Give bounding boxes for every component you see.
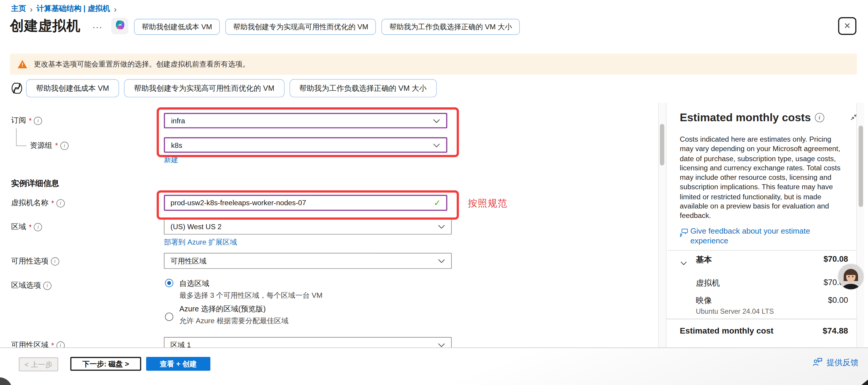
previous-button[interactable]: < 上一步 [19, 357, 58, 372]
avatar[interactable] [838, 264, 864, 289]
region-value: (US) West US 2 [170, 222, 438, 231]
copilot-outline-icon[interactable] [11, 82, 23, 97]
copilot-logo-icon [114, 19, 125, 33]
region-label: 区域* i [11, 222, 42, 232]
copilot-suggestions-row: 帮助我创建低成本 VM 帮助我创建专为实现高可用性而优化的 VM 帮助我为工作负… [26, 79, 437, 98]
page-title: 创建虚拟机 [10, 17, 81, 35]
feedback-link[interactable]: 提供反馈 [813, 357, 859, 368]
subscription-label: 订阅* i [11, 116, 42, 126]
radio-azure-selected-zone-desc: 允许 Azure 根据需要分配最佳区域 [179, 316, 288, 326]
warning-icon: ! [18, 60, 27, 68]
radio-self-selected-zone[interactable] [165, 279, 173, 287]
cost-disclaimer-text: Costs indicated here are estimates only.… [680, 134, 841, 221]
breadcrumb-chevron-icon: › [30, 5, 33, 13]
radio-azure-selected-zone-label[interactable]: Azure 选择的区域(预览版) [179, 304, 266, 314]
chat-bubbles-icon [680, 228, 688, 239]
availability-options-dropdown[interactable]: 可用性区域 [164, 253, 452, 269]
panel-divider [668, 250, 864, 251]
annotation-text: 按照规范 [468, 197, 508, 210]
subscription-dropdown[interactable]: infra [164, 113, 447, 128]
chevron-down-icon[interactable] [680, 258, 687, 268]
info-icon[interactable]: i [815, 113, 824, 122]
chevron-down-icon [438, 222, 445, 231]
availability-options-value: 可用性区域 [170, 256, 438, 266]
region-dropdown[interactable]: (US) West US 2 [164, 219, 452, 234]
availability-options-label: 可用性选项 i [11, 256, 59, 266]
valid-check-icon: ✓ [434, 198, 441, 208]
resource-group-dropdown[interactable]: k8s [164, 137, 447, 153]
resource-group-label: 资源组* i [30, 140, 69, 151]
chevron-down-icon [438, 257, 445, 265]
total-cost-label: Estimated monthly cost [680, 326, 774, 335]
breadcrumb-home-link[interactable]: 主页 [11, 4, 26, 14]
feedback-person-icon [813, 357, 823, 368]
breadcrumb-section-link[interactable]: 计算基础结构 | 虚拟机 [36, 4, 110, 14]
close-button[interactable]: ✕ [838, 17, 857, 35]
info-icon[interactable]: i [43, 282, 52, 290]
cost-item-name: 虚拟机 [696, 278, 720, 288]
copilot-button[interactable] [111, 18, 128, 34]
create-new-resource-group-link[interactable]: 新建 [164, 155, 178, 165]
required-asterisk: * [29, 117, 32, 125]
suggestion-low-cost-vm-button-2[interactable]: 帮助我创建低成本 VM [26, 79, 119, 98]
tree-connector [16, 146, 27, 146]
subscription-value: infra [171, 117, 433, 125]
radio-azure-selected-zone[interactable] [165, 313, 173, 321]
close-icon: ✕ [844, 21, 851, 31]
copilot-suggestions-top: 帮助我创建低成本 VM 帮助我创建专为实现高可用性而优化的 VM 帮助我为工作负… [134, 19, 520, 35]
footer-bar: < 上一步 下一步: 磁盘 > 查看 + 创建 提供反馈 [0, 348, 868, 385]
resource-group-value: k8s [171, 141, 433, 149]
cost-item-detail: Ubuntu Server 24.04 LTS [696, 308, 774, 315]
info-icon[interactable]: i [34, 117, 42, 125]
chevron-down-icon [433, 141, 440, 149]
cost-item-amount: $0.00 [828, 295, 848, 304]
required-asterisk: * [55, 141, 58, 150]
vm-name-field: ✓ [164, 195, 447, 211]
create-vm-page: 主页 › 计算基础结构 | 虚拟机 › 创建虚拟机 ··· 帮助 [0, 0, 868, 385]
cost-item-name: 映像 [696, 295, 712, 306]
info-icon[interactable]: i [34, 223, 42, 231]
breadcrumb: 主页 › 计算基础结构 | 虚拟机 › [11, 4, 117, 14]
suggestion-low-cost-vm-button[interactable]: 帮助我创建低成本 VM [134, 19, 220, 35]
panel-divider [666, 319, 864, 319]
cost-panel-title: Estimated monthly costs i [680, 111, 824, 124]
warning-banner: ! 更改基本选项可能会重置所做的选择。创建虚拟机前查看所有选项。 [10, 54, 857, 75]
review-create-button[interactable]: 查看 + 创建 [146, 357, 210, 371]
vm-name-label: 虚拟机名称* i [11, 198, 64, 208]
estimate-feedback-link[interactable]: Give feedback about your estimate experi… [680, 226, 846, 246]
required-asterisk: * [29, 223, 32, 231]
radio-self-selected-zone-label[interactable]: 自选区域 [179, 279, 209, 289]
form-scrollbar-thumb[interactable] [660, 124, 664, 165]
cost-group-amount: $70.08 [824, 255, 848, 263]
breadcrumb-chevron-icon: › [114, 5, 117, 13]
required-asterisk: * [51, 199, 54, 207]
info-icon[interactable]: i [60, 141, 69, 150]
suggestion-high-availability-vm-button[interactable]: 帮助我创建专为实现高可用性而优化的 VM [225, 19, 376, 35]
page-scrollbar-thumb[interactable] [859, 126, 863, 207]
more-options-button[interactable]: ··· [92, 22, 102, 32]
tree-connector [16, 128, 17, 146]
suggestion-right-vm-size-button[interactable]: 帮助我为工作负载选择正确的 VM 大小 [382, 19, 520, 35]
suggestion-high-availability-vm-button-2[interactable]: 帮助我创建专为实现高可用性而优化的 VM [124, 79, 284, 98]
info-icon[interactable]: i [56, 199, 64, 207]
total-cost-amount: $74.88 [823, 326, 848, 335]
zone-options-label: 区域选项 i [11, 281, 52, 291]
deploy-extended-zone-link[interactable]: 部署到 Azure 扩展区域 [164, 237, 237, 248]
next-disks-button[interactable]: 下一步: 磁盘 > [70, 357, 142, 371]
instance-details-heading: 实例详细信息 [11, 178, 59, 189]
warning-banner-text: 更改基本选项可能会重置所做的选择。创建虚拟机前查看所有选项。 [34, 59, 250, 69]
suggestion-right-vm-size-button-2[interactable]: 帮助我为工作负载选择正确的 VM 大小 [289, 79, 437, 98]
radio-self-selected-zone-desc: 最多选择 3 个可用性区域，每个区域一台 VM [179, 290, 322, 300]
chevron-down-icon [433, 117, 440, 125]
cost-group-name[interactable]: 基本 [696, 255, 712, 265]
info-icon[interactable]: i [51, 257, 59, 265]
vm-name-input[interactable] [170, 199, 434, 207]
